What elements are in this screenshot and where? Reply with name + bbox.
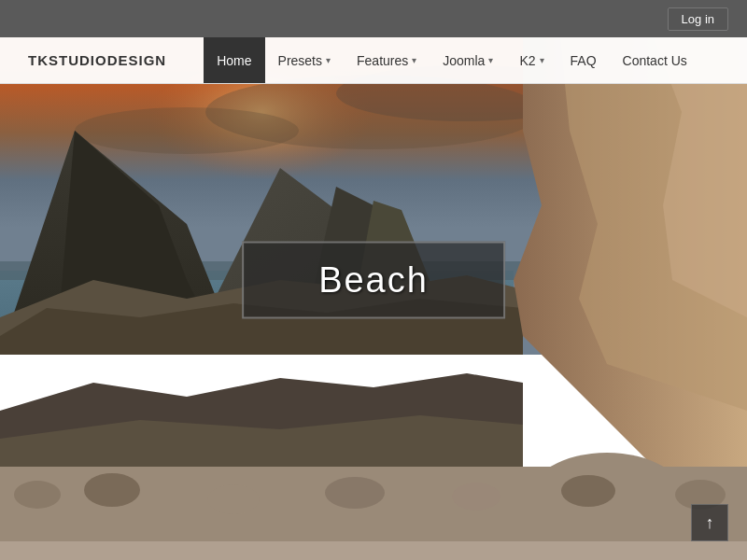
- nav-item-k2[interactable]: K2 ▾: [506, 37, 557, 83]
- scroll-top-button[interactable]: ↑: [691, 504, 728, 541]
- nav-item-features[interactable]: Features ▾: [344, 37, 430, 83]
- login-button[interactable]: Log in: [668, 7, 728, 31]
- nav-item-faq[interactable]: FAQ: [557, 37, 610, 83]
- svg-point-53: [561, 475, 615, 507]
- hero-title: Beach: [318, 260, 429, 301]
- chevron-down-icon: ▾: [326, 55, 331, 65]
- nav-item-home[interactable]: Home: [204, 37, 264, 83]
- svg-point-50: [207, 484, 260, 514]
- site-logo: TKSTUDIODESIGN: [0, 52, 166, 68]
- svg-point-4: [75, 107, 299, 154]
- nav-item-joomla[interactable]: Joomla ▾: [430, 37, 506, 83]
- nav-item-contact-us[interactable]: Contact Us: [610, 37, 700, 83]
- svg-point-51: [325, 477, 385, 509]
- scroll-top-icon: ↑: [706, 513, 714, 533]
- chevron-down-icon: ▾: [488, 55, 493, 65]
- chevron-down-icon: ▾: [412, 55, 416, 65]
- top-bar: Log in: [0, 0, 747, 37]
- svg-rect-55: [0, 541, 747, 560]
- nav-item-presets[interactable]: Presets ▾: [265, 37, 344, 83]
- nav-menu: HomePresets ▾Features ▾Joomla ▾K2 ▾FAQCo…: [204, 37, 700, 83]
- hero-text-box: Beach: [242, 242, 505, 319]
- svg-point-52: [452, 483, 500, 511]
- svg-point-48: [14, 481, 61, 509]
- hero-text-container: Beach: [242, 242, 505, 319]
- chevron-down-icon: ▾: [540, 55, 544, 65]
- svg-point-49: [84, 473, 140, 507]
- navbar: TKSTUDIODESIGN HomePresets ▾Features ▾Jo…: [0, 37, 747, 84]
